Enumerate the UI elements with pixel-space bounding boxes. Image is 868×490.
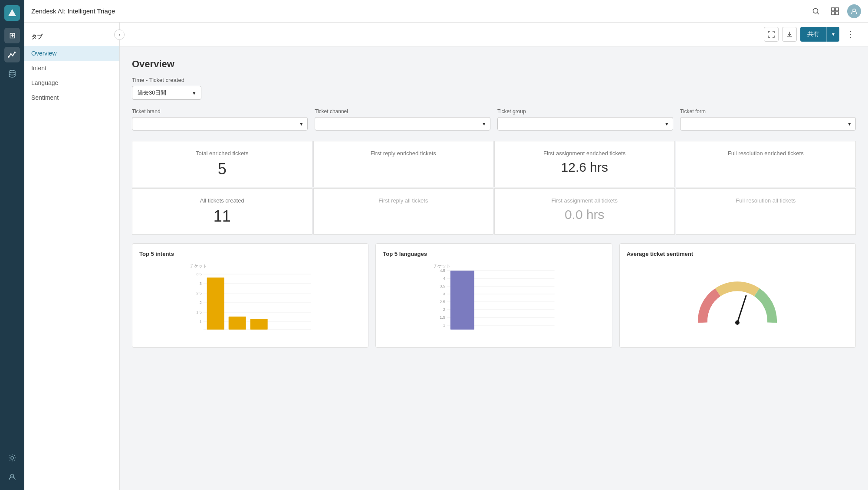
download-icon[interactable] [782,27,797,42]
sidebar-section-label: タブ [24,29,119,46]
ticket-group-chevron: ▾ [665,121,668,127]
full-resolution-enriched-tickets-label: Full resolution enriched tickets [687,150,845,157]
ticket-channel-chevron: ▾ [483,121,486,127]
ticket-brand-label: Ticket brand [132,108,308,114]
top5-languages-title: Top 5 languages [383,251,605,257]
svg-text:2.5: 2.5 [196,291,202,295]
first-reply-enriched-tickets-card: First reply enriched tickets [313,141,494,187]
app-logo[interactable] [4,5,20,21]
ticket-channel-label: Ticket channel [315,108,490,114]
share-caret-button[interactable]: ▾ [826,27,839,42]
svg-text:1.5: 1.5 [196,310,202,314]
svg-text:3: 3 [443,292,445,296]
svg-rect-11 [835,8,838,11]
svg-text:4: 4 [443,276,445,281]
nav-settings-icon[interactable] [4,450,20,466]
svg-rect-12 [832,12,835,15]
total-enriched-tickets-label: Total enriched tickets [143,150,302,157]
sidebar-item-intent[interactable]: Intent [24,61,119,75]
nav-home-icon[interactable]: ⊞ [4,28,20,43]
time-filter-dropdown[interactable]: 過去30日間 ▾ [132,86,201,100]
svg-text:1: 1 [200,320,202,324]
sidebar-item-sentiment[interactable]: Sentiment [24,90,119,105]
all-tickets-created-value: 11 [143,207,302,225]
full-resolution-all-tickets-card: Full resolution all tickets [676,188,856,235]
ticket-brand-chevron: ▾ [300,121,303,127]
total-enriched-tickets-card: Total enriched tickets 5 [132,141,312,187]
first-assignment-enriched-tickets-value: 12.6 hrs [505,160,664,175]
svg-point-53 [735,320,740,325]
svg-point-3 [12,55,13,56]
svg-text:チケット: チケット [433,264,450,268]
first-reply-all-tickets-card: First reply all tickets [313,188,494,235]
svg-text:2: 2 [443,307,445,312]
first-assignment-all-tickets-label: First assignment all tickets [505,197,664,204]
top5-intents-area: チケット 3.5 3 2.5 2 1.5 1 [139,262,361,340]
app-title: Zendesk AI: Intelligent Triage [120,7,809,15]
svg-rect-10 [832,8,835,11]
ticket-form-select[interactable]: ▾ [680,117,856,131]
sidebar: ‹ タブ Overview Intent Language Sentiment [24,0,120,490]
svg-point-6 [11,457,13,459]
svg-text:4.5: 4.5 [440,268,445,273]
ticket-channel-filter: Ticket channel ▾ [315,108,490,131]
nav-rail: ⊞ [0,0,24,490]
metrics-row-2: All tickets created 11 First reply all t… [132,188,856,235]
svg-text:1.5: 1.5 [440,315,445,320]
nav-user-icon[interactable] [4,469,20,485]
ticket-group-label: Ticket group [497,108,673,114]
avg-sentiment-chart: Average ticket sentiment [619,243,856,348]
svg-rect-31 [207,278,224,330]
svg-point-4 [14,52,16,53]
ticket-form-label: Ticket form [680,108,856,114]
first-assignment-enriched-tickets-card: First assignment enriched tickets 12.6 h… [494,141,675,187]
total-enriched-tickets-value: 5 [143,160,302,178]
main-content: Zendesk AI: Intelligent Triage 共有 ▾ ⋮ [120,0,868,490]
ticket-brand-filter: Ticket brand ▾ [132,108,308,131]
main-toolbar: 共有 ▾ ⋮ [120,23,868,46]
all-tickets-created-card: All tickets created 11 [132,188,312,235]
grid-icon[interactable] [828,4,842,18]
svg-point-2 [10,53,12,55]
svg-text:1: 1 [443,323,445,327]
svg-text:2.5: 2.5 [440,300,445,304]
nav-analytics-icon[interactable] [4,47,20,62]
more-options-button[interactable]: ⋮ [843,27,858,42]
time-filter-section: Time - Ticket created 過去30日間 ▾ [132,77,856,100]
svg-text:3: 3 [200,281,202,286]
metrics-row-1: Total enriched tickets 5 First reply enr… [132,141,856,187]
top5-languages-area: チケット 4.5 4 3.5 3 2.5 2 1.5 1 [383,262,605,340]
time-filter-chevron: ▾ [193,90,196,96]
svg-text:2: 2 [200,301,202,305]
sidebar-collapse-button[interactable]: ‹ [114,29,125,40]
sidebar-item-language[interactable]: Language [24,75,119,90]
expand-icon[interactable] [764,27,779,42]
time-filter-value: 過去30日間 [138,89,166,97]
svg-rect-51 [450,271,474,330]
svg-text:3.5: 3.5 [196,272,202,276]
svg-point-1 [8,56,10,58]
all-tickets-created-label: All tickets created [143,197,302,204]
share-button[interactable]: 共有 [800,27,826,42]
search-icon[interactable] [809,4,823,18]
svg-rect-33 [250,319,268,330]
top5-languages-chart: Top 5 languages チケット 4.5 4 3.5 3 2.5 2 1… [375,243,612,348]
svg-marker-0 [8,9,16,16]
ticket-form-chevron: ▾ [848,121,851,127]
first-assignment-all-tickets-card: First assignment all tickets 0.0 hrs [494,188,675,235]
user-avatar[interactable] [847,4,861,18]
top5-intents-title: Top 5 intents [139,251,361,257]
full-resolution-enriched-tickets-card: Full resolution enriched tickets [676,141,856,187]
time-filter-label: Time - Ticket created [132,77,856,83]
svg-line-9 [817,13,819,14]
ticket-channel-select[interactable]: ▾ [315,117,490,131]
full-resolution-all-tickets-label: Full resolution all tickets [687,197,845,204]
ticket-brand-select[interactable]: ▾ [132,117,308,131]
top5-intents-chart: Top 5 intents チケット 3.5 3 2.5 2 1.5 1 [132,243,368,348]
ticket-group-select[interactable]: ▾ [497,117,673,131]
filter-row: Ticket brand ▾ Ticket channel ▾ Ticket g… [132,108,856,131]
content-area: Overview Time - Ticket created 過去30日間 ▾ … [120,46,868,360]
gauge-container [627,262,848,352]
nav-database-icon[interactable] [4,66,20,82]
sidebar-item-overview[interactable]: Overview [24,46,119,61]
